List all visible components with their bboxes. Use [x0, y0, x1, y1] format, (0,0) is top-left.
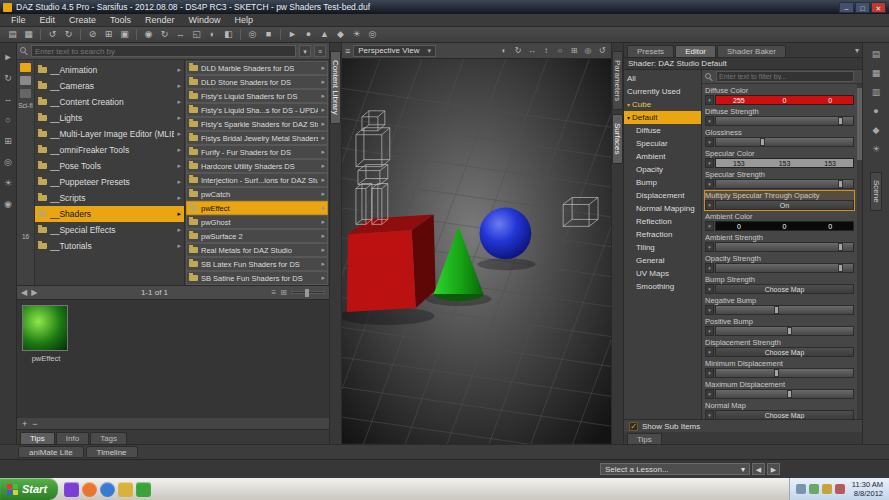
slider-track[interactable]: [715, 116, 854, 126]
category-row[interactable]: __Content Creation▸: [35, 94, 184, 110]
forward-icon[interactable]: ▶: [31, 288, 37, 297]
pan-view-icon[interactable]: ↔: [526, 45, 538, 57]
tab-surfaces[interactable]: Surfaces: [612, 114, 623, 164]
slider-track[interactable]: [715, 263, 854, 273]
parameters-pane-icon[interactable]: ▥: [869, 86, 883, 99]
other-formats-icon[interactable]: [20, 89, 31, 98]
surface-tree-row[interactable]: Specular: [624, 137, 701, 150]
tab-tags[interactable]: Tags: [90, 432, 127, 444]
dolly-view-icon[interactable]: ↕: [540, 45, 552, 57]
grid-view-icon[interactable]: ⊞: [280, 288, 287, 297]
slider-handle[interactable]: [787, 327, 792, 335]
frame-icon[interactable]: ⊞: [2, 135, 15, 147]
slider-track[interactable]: [715, 242, 854, 252]
slider-handle[interactable]: [838, 180, 843, 188]
slider-handle[interactable]: [760, 138, 765, 146]
minimize-button[interactable]: –: [839, 2, 854, 13]
viewport-menu-icon[interactable]: ≡: [345, 46, 350, 56]
surface-tree-row[interactable]: Reflection: [624, 215, 701, 228]
property-menu-icon[interactable]: ▾: [705, 389, 714, 399]
property-menu-icon[interactable]: ▾: [705, 158, 714, 168]
property-menu-icon[interactable]: ▾: [705, 305, 714, 315]
orbit-view-icon[interactable]: ↻: [512, 45, 524, 57]
property-menu-icon[interactable]: ▾: [705, 116, 714, 126]
tray-update-icon[interactable]: [822, 484, 832, 494]
surface-tree-row[interactable]: ▾Default: [624, 111, 701, 124]
draw-style-icon[interactable]: ◐: [498, 45, 510, 57]
slider-handle[interactable]: [774, 306, 779, 314]
daz-app-icon[interactable]: [136, 482, 151, 497]
scene-select-icon[interactable]: ◉: [141, 28, 156, 41]
slider-handle[interactable]: [774, 369, 779, 377]
back-icon[interactable]: ◀: [21, 288, 27, 297]
lights-icon[interactable]: ☀: [349, 28, 364, 41]
redo-icon[interactable]: ↻: [61, 28, 76, 41]
category-row[interactable]: __Shaders▸: [35, 206, 184, 222]
viewport-3d-scene[interactable]: [342, 59, 611, 444]
product-row[interactable]: pwSurface 2▸: [186, 229, 328, 243]
product-row[interactable]: Fisty's Sparkle Shaders for DAZ Stu▸: [186, 117, 328, 131]
viewport-scene[interactable]: [342, 59, 611, 444]
tab-surfaces-tips[interactable]: Tips: [627, 433, 662, 444]
surface-tree-row[interactable]: ▾Cube: [624, 98, 701, 111]
lesson-next-button[interactable]: ▶: [767, 463, 780, 475]
slider-track[interactable]: [715, 368, 854, 378]
surface-tree-row[interactable]: Bump: [624, 176, 701, 189]
posing-pane-icon[interactable]: ●: [869, 105, 883, 118]
slider-handle[interactable]: [838, 264, 843, 272]
daz-formats-icon[interactable]: [20, 63, 31, 72]
translate-tool-icon[interactable]: ↔: [173, 28, 188, 41]
surface-tree-row[interactable]: General: [624, 254, 701, 267]
properties-scrollbar[interactable]: [857, 84, 862, 419]
category-row[interactable]: __Pose Tools▸: [35, 158, 184, 174]
active-pose-tool-icon[interactable]: ◐: [205, 28, 220, 41]
tab-scene[interactable]: Scene: [870, 172, 882, 211]
lesson-select[interactable]: Select a Lesson... ▾: [600, 463, 750, 475]
tab-parameters[interactable]: Parameters: [612, 51, 623, 110]
slider-handle[interactable]: [838, 243, 843, 251]
menu-render[interactable]: Render: [138, 15, 182, 25]
product-row[interactable]: DLD Marble Shaders for DS▸: [186, 61, 328, 75]
menu-help[interactable]: Help: [228, 15, 261, 25]
expander-icon[interactable]: ▾: [627, 101, 630, 108]
property-menu-icon[interactable]: ▾: [705, 137, 714, 147]
color-swatch-bar[interactable]: 153153153: [715, 158, 854, 168]
property-menu-icon[interactable]: ▾: [705, 284, 714, 294]
tray-antivirus-icon[interactable]: [835, 484, 845, 494]
slider-track[interactable]: [715, 137, 854, 147]
pan-icon[interactable]: ↔: [2, 93, 15, 105]
open-file-icon[interactable]: ▤: [5, 28, 20, 41]
property-menu-icon[interactable]: ▾: [705, 200, 714, 210]
product-row[interactable]: Real Metals for DAZ Studio▸: [186, 243, 328, 257]
product-row[interactable]: Fisty's Liquid Sha...s for DS - UPDAT▸: [186, 103, 328, 117]
media-app-icon[interactable]: [64, 482, 79, 497]
thumbnail-size-slider[interactable]: [291, 291, 325, 294]
maximize-button[interactable]: □: [855, 2, 870, 13]
camera-icon[interactable]: ◎: [2, 156, 15, 168]
copy-icon[interactable]: ⊞: [101, 28, 116, 41]
product-row[interactable]: SB Satine Fun Shaders for DS▸: [186, 271, 328, 285]
menu-tools[interactable]: Tools: [103, 15, 138, 25]
save-file-icon[interactable]: ▦: [21, 28, 36, 41]
smart-content-icon[interactable]: ▦: [869, 67, 883, 80]
scene-pane-icon[interactable]: ▤: [869, 48, 883, 61]
category-row[interactable]: __Tutorials▸: [35, 238, 184, 254]
slider-handle[interactable]: [787, 390, 792, 398]
explorer-folder-icon[interactable]: [118, 482, 133, 497]
property-menu-icon[interactable]: ▾: [705, 368, 714, 378]
shaping-pane-icon[interactable]: ◆: [869, 124, 883, 137]
aim-view-icon[interactable]: ◎: [582, 45, 594, 57]
category-row[interactable]: __omniFreaker Tools▸: [35, 142, 184, 158]
tray-network-icon[interactable]: [796, 484, 806, 494]
category-row[interactable]: __Cameras▸: [35, 78, 184, 94]
tray-volume-icon[interactable]: [809, 484, 819, 494]
choose-map-button[interactable]: Choose Map: [715, 347, 854, 357]
show-sub-items-checkbox[interactable]: ✓: [629, 422, 638, 431]
menu-create[interactable]: Create: [62, 15, 103, 25]
product-row[interactable]: Fisty's Liquid Shaders for DS▸: [186, 89, 328, 103]
rotate-tool-icon[interactable]: ↻: [157, 28, 172, 41]
surface-tree-row[interactable]: Normal Mapping: [624, 202, 701, 215]
scrollbar-thumb[interactable]: [857, 88, 862, 160]
render-icon[interactable]: ■: [261, 28, 276, 41]
undo-icon[interactable]: ↺: [45, 28, 60, 41]
